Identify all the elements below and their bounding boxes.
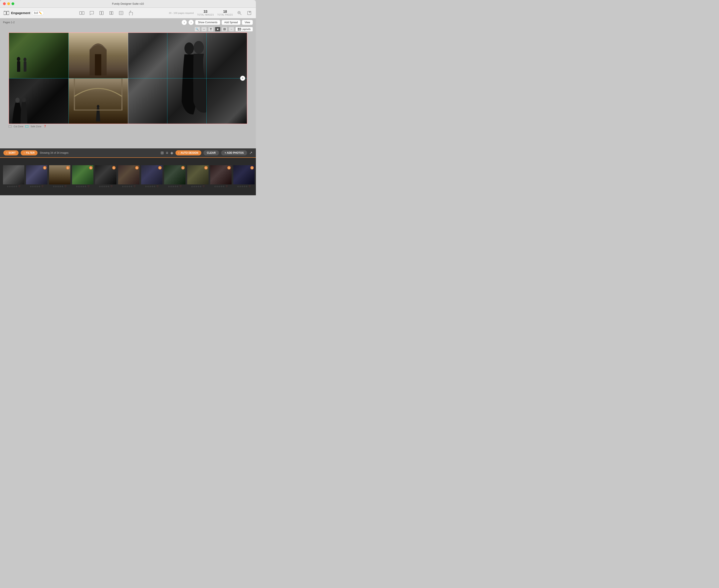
star-rating[interactable]: ☆ ☆ ☆ ☆ ☆ ♡ <box>214 185 228 188</box>
thumbnail-image[interactable]: 1 <box>210 165 232 184</box>
hand-icon[interactable] <box>128 10 134 16</box>
image-icon[interactable]: 🖼 <box>222 27 227 31</box>
list-item[interactable]: 1 ☆ ☆ ☆ ☆ ☆ ♡ <box>95 165 117 188</box>
sort-button[interactable]: ‹ SORT <box>3 150 19 155</box>
svg-rect-4 <box>80 12 82 15</box>
star-rating[interactable]: ☆ ☆ ☆ ☆ ☆ ♡ <box>53 185 66 188</box>
thumbnail-image[interactable]: 1 <box>233 165 255 184</box>
photo-cell-1[interactable] <box>9 33 68 78</box>
spread[interactable] <box>8 33 247 124</box>
arrow-icon[interactable]: → <box>229 27 234 31</box>
add-spread-button[interactable]: Add Spread <box>221 20 240 25</box>
photo-strip-container: ‹ SORT ‹ FILTER Showing 34 of 34 images … <box>0 148 256 195</box>
svg-point-28 <box>15 98 20 103</box>
add-spread-circle-button[interactable]: + <box>240 76 245 81</box>
chat-icon[interactable] <box>88 10 95 16</box>
maximize-button[interactable] <box>12 2 14 5</box>
list-item[interactable]: 1 ☆ ☆ ☆ ☆ ☆ ♡ <box>210 165 232 188</box>
text-icon[interactable]: T <box>208 27 214 31</box>
canvas-toolbar: 🔍 ↔ T ■ 🖼 → Layouts <box>0 26 256 33</box>
star-rating[interactable]: ☆ ☆ ☆ ☆ ☆ ♡ <box>191 185 205 188</box>
spread-left-page[interactable] <box>9 33 128 124</box>
spread-container: + <box>8 33 247 124</box>
svg-point-25 <box>23 58 26 61</box>
book-icon[interactable] <box>108 10 114 16</box>
project-name: Engagement <box>11 11 30 15</box>
total-pages-label: TOTAL PAGES <box>217 14 233 16</box>
spread-right-page[interactable] <box>128 33 247 124</box>
grid-view-icon[interactable]: ⊞ <box>161 150 164 155</box>
right-photo-main <box>128 33 247 124</box>
thumbnail-image[interactable]: 1 <box>141 165 163 184</box>
layouts-button[interactable]: Layouts <box>235 27 253 31</box>
photo-cell-3[interactable] <box>9 78 68 124</box>
star-rating[interactable]: ☆ ☆ ☆ ☆ ☆ ♡ <box>30 185 43 188</box>
add-photos-button[interactable]: + ADD PHOTOS <box>221 150 247 155</box>
svg-rect-20 <box>239 28 241 29</box>
prev-page-button[interactable]: ‹ <box>182 20 187 25</box>
filter-button[interactable]: ‹ FILTER <box>21 150 38 155</box>
star-rating[interactable]: ☆ ☆ ☆ ☆ ☆ ♡ <box>76 185 89 188</box>
zoom-icon[interactable] <box>236 10 242 16</box>
star-rating[interactable]: ☆ ☆ ☆ ☆ ☆ ♡ <box>122 185 135 188</box>
list-item[interactable]: 1 ☆ ☆ ☆ ☆ ☆ ♡ <box>187 165 209 188</box>
thumbnail-image[interactable]: 1 <box>49 165 70 184</box>
list-item[interactable]: 1 ☆ ☆ ☆ ☆ ☆ ♡ <box>233 165 255 188</box>
list-item[interactable]: 1 ☆ ☆ ☆ ☆ ☆ ♡ <box>141 165 163 188</box>
size-badge[interactable]: 8x8 ✏️ <box>32 11 44 15</box>
thumbnail-image[interactable]: 1 <box>118 165 140 184</box>
toolbar-right: 20 - 100 pages required 33 TOTAL IMAGES … <box>169 9 252 16</box>
svg-rect-22 <box>239 29 241 30</box>
thumbnail-image[interactable] <box>3 165 24 184</box>
list-item[interactable]: 1 ☆ ☆ ☆ ☆ ☆ ♡ <box>72 165 93 188</box>
svg-rect-19 <box>238 28 239 29</box>
list-view-icon[interactable]: ≡ <box>166 151 168 155</box>
zoom-canvas-icon[interactable]: 🔍 <box>194 27 200 31</box>
resize-icon[interactable]: ↔ <box>201 27 207 31</box>
help-icon[interactable]: ❓ <box>43 125 46 128</box>
layouts-label: Layouts <box>241 28 251 31</box>
albums-icon[interactable] <box>79 10 85 16</box>
thumbnails-row: ☆ ☆ ☆ ☆ ☆ ♡ 1 ☆ ☆ ☆ ☆ ☆ ♡ <box>0 158 256 195</box>
overlay-icon[interactable]: ◈ <box>170 150 173 155</box>
list-item[interactable]: 1 ☆ ☆ ☆ ☆ ☆ ♡ <box>26 165 47 188</box>
star-rating[interactable]: ☆ ☆ ☆ ☆ ☆ ♡ <box>237 185 251 188</box>
photo-cell-4[interactable] <box>68 78 128 124</box>
star-rating[interactable]: ☆ ☆ ☆ ☆ ☆ ♡ <box>7 185 20 188</box>
svg-rect-7 <box>102 11 103 15</box>
main-toolbar: Engagement 8x8 ✏️ 20 - 100 pages require… <box>0 8 256 18</box>
layout-icon[interactable] <box>118 10 124 16</box>
auto-design-button[interactable]: ‹ AUTO DESIGN <box>175 150 201 155</box>
thumbnail-image[interactable]: 1 <box>95 165 117 184</box>
strip-export-icon[interactable]: ↗ <box>249 150 252 155</box>
canvas-area: Pages 1-2 ‹ › Show Comments Add Spread V… <box>0 18 256 148</box>
cut-zone-box <box>8 125 12 127</box>
show-comments-button[interactable]: Show Comments <box>195 20 220 25</box>
list-item[interactable]: 1 ☆ ☆ ☆ ☆ ☆ ♡ <box>49 165 70 188</box>
thumbnail-image[interactable]: 1 <box>164 165 186 184</box>
minimize-button[interactable] <box>7 2 10 5</box>
next-page-button[interactable]: › <box>188 20 194 25</box>
pages-icon[interactable] <box>98 10 105 16</box>
shape-icon[interactable]: ■ <box>215 27 220 31</box>
close-button[interactable] <box>3 2 6 5</box>
thumbnail-image[interactable]: 1 <box>26 165 47 184</box>
svg-rect-1 <box>7 11 9 15</box>
view-button[interactable]: View <box>242 20 253 25</box>
export-icon[interactable] <box>246 10 252 16</box>
brand-icon <box>3 10 9 15</box>
list-item[interactable]: 1 ☆ ☆ ☆ ☆ ☆ ♡ <box>164 165 186 188</box>
star-rating[interactable]: ☆ ☆ ☆ ☆ ☆ ♡ <box>99 185 112 188</box>
svg-point-32 <box>185 42 194 55</box>
list-item[interactable]: 1 ☆ ☆ ☆ ☆ ☆ ♡ <box>118 165 140 188</box>
star-rating[interactable]: ☆ ☆ ☆ ☆ ☆ ♡ <box>168 185 182 188</box>
auto-design-label: AUTO DESIGN <box>181 151 198 154</box>
star-rating[interactable]: ☆ ☆ ☆ ☆ ☆ ♡ <box>145 185 158 188</box>
photo-cell-2[interactable] <box>68 33 128 78</box>
clear-button[interactable]: CLEAR <box>204 150 219 155</box>
thumbnail-image[interactable]: 1 <box>187 165 209 184</box>
thumbnail-image[interactable]: 1 <box>72 165 93 184</box>
list-item[interactable]: ☆ ☆ ☆ ☆ ☆ ♡ <box>3 165 24 188</box>
svg-point-29 <box>22 98 26 102</box>
left-photos-grid <box>9 33 128 124</box>
